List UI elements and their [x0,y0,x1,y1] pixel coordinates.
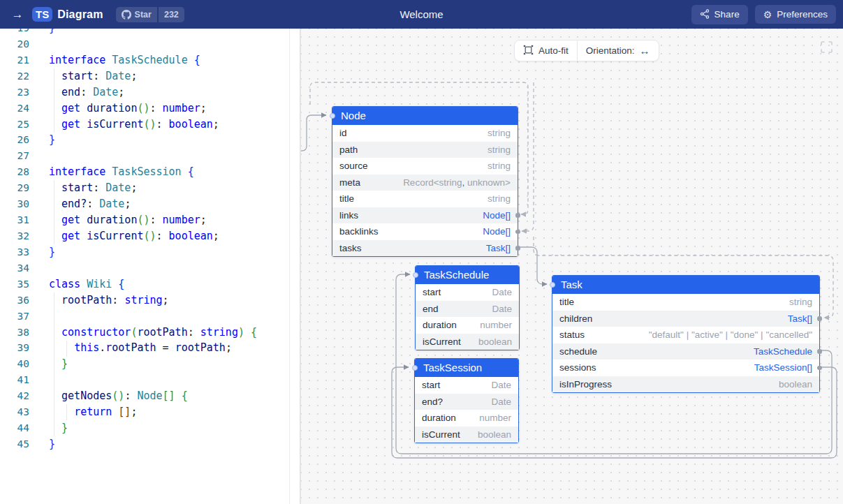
code-text: get isCurrent(): boolean; [29,117,219,133]
entity-row-isCurrent: isCurrentboolean [415,427,518,443]
editor-line[interactable]: 41 [0,372,299,388]
editor-line[interactable]: 29 start: Date; [0,180,299,196]
editor-line[interactable]: 40 } [0,356,299,372]
editor-line[interactable]: 19} [0,29,299,36]
row-type: Record<string, unknown> [403,177,511,188]
preferences-button[interactable]: ⚙ Preferences [755,5,836,24]
editor-line[interactable]: 39 this.rootPath = rootPath; [0,340,299,356]
row-label: source [339,161,368,171]
share-label: Share [714,9,740,20]
editor-line[interactable]: 24 get duration(): number; [0,101,299,117]
editor-line[interactable]: 38 constructor(rootPath: string) { [0,325,299,341]
entity-header[interactable]: Node [332,107,518,125]
editor-line[interactable]: 37 [0,309,299,325]
line-number: 38 [0,325,29,341]
editor-line[interactable]: 28interface TaskSession { [0,164,299,180]
editor-line[interactable]: 30 end?: Date; [0,196,299,212]
collapse-panel-arrow-icon[interactable]: → [10,8,25,22]
share-button[interactable]: Share [691,5,748,24]
editor-line[interactable]: 25 get isCurrent(): boolean; [0,117,299,133]
editor-line[interactable]: 33} [0,244,299,260]
editor-line[interactable]: 27 [0,148,299,164]
line-number: 31 [0,212,29,228]
row-type[interactable]: Node[] [483,210,511,221]
code-text: get duration(): number; [29,101,207,117]
editor-line[interactable]: 20 [0,36,299,52]
row-type: string [789,297,812,307]
editor-line[interactable]: 34 [0,260,299,276]
entity-row-id: idstring [332,125,518,142]
orientation-label: Orientation: [586,45,635,56]
entity-row-start: startDate [416,284,519,301]
row-label: end? [422,396,443,407]
entity-row-status: status"default" | "active" | "done" | "c… [552,327,819,343]
line-number: 44 [0,420,29,436]
row-type: boolean [478,336,512,347]
line-number: 19 [0,29,29,36]
row-type: number [479,413,511,423]
code-text: get isCurrent(): boolean; [29,228,219,244]
editor-line[interactable]: 31 get duration(): number; [0,212,299,228]
editor-line[interactable]: 32 get isCurrent(): boolean; [0,228,299,244]
entity-task[interactable]: TasktitlestringchildrenTask[]status"defa… [552,275,820,393]
row-type[interactable]: TaskSchedule [754,346,812,357]
line-number: 43 [0,404,29,420]
diagram-canvas[interactable]: Auto-fit Orientation: ↔ Nodeidstringpath… [300,29,843,504]
row-label: schedule [559,346,597,357]
editor-line[interactable]: 22 start: Date; [0,68,299,84]
editor-line[interactable]: 45} [0,436,299,452]
entity-node[interactable]: NodeidstringpathstringsourcestringmetaRe… [332,106,518,257]
editor-line[interactable]: 26} [0,132,299,148]
entity-taskschedule[interactable]: TaskSchedulestartDateendDatedurationnumb… [415,265,520,350]
editor-line[interactable]: 36 rootPath: string; [0,292,299,309]
row-label: end [423,304,439,314]
row-type[interactable]: Task[] [486,243,511,253]
row-label: links [339,210,358,221]
preferences-label: Preferences [777,9,828,20]
entity-name: Node [341,110,366,121]
code-text: getNodes(): Node[] { [29,388,188,404]
relation-source-port [515,213,520,218]
code-text: class Wiki { [29,276,124,292]
editor-line[interactable]: 21interface TaskSchedule { [0,52,299,68]
entity-header[interactable]: Task [552,276,819,294]
entity-row-source: sourcestring [332,158,518,175]
top-bar: → TS Diagram Star 232 Welcome Share ⚙ Pr… [0,0,843,29]
row-label: title [339,193,354,204]
code-text: end?: Date; [29,196,131,212]
entity-target-port [413,272,418,278]
editor-line[interactable]: 44 } [0,420,299,436]
github-icon [122,10,131,20]
editor-line[interactable]: 23 end: Date; [0,84,299,101]
row-label: duration [422,413,456,423]
orientation-button[interactable]: Orientation: ↔ [578,40,659,61]
row-type[interactable]: TaskSession[] [754,362,812,373]
entity-row-meta: metaRecord<string, unknown> [332,175,518,191]
row-label: status [559,329,585,340]
row-type: boolean [779,379,812,390]
editor-line[interactable]: 42 getNodes(): Node[] { [0,388,299,404]
entity-row-backlinks: backlinksNode[] [332,223,518,240]
row-type[interactable]: Task[] [788,313,812,324]
editor-line[interactable]: 43 return []; [0,404,299,420]
entity-tasksession[interactable]: TaskSessionstartDateend?Datedurationnumb… [414,358,519,443]
gear-icon: ⚙ [763,10,772,20]
row-type: Date [492,304,512,314]
row-type: Date [491,396,511,407]
row-type: number [480,320,512,330]
row-label: tasks [339,243,362,253]
row-label: duration [423,320,457,330]
fullscreen-button[interactable] [820,40,833,57]
relation-source-port [515,246,520,251]
code-editor[interactable]: 19}2021interface TaskSchedule {22 start:… [0,29,300,504]
edges-layer [301,29,843,504]
entity-header[interactable]: TaskSession [415,359,518,377]
row-type[interactable]: Node[] [483,226,511,237]
github-star-badge[interactable]: Star 232 [116,7,184,22]
entity-header[interactable]: TaskSchedule [416,266,519,284]
editor-lines: 19}2021interface TaskSchedule {22 start:… [0,29,299,452]
autofit-button[interactable]: Auto-fit [515,40,577,61]
row-type: Date [492,287,512,297]
row-type: string [488,128,511,138]
editor-line[interactable]: 35class Wiki { [0,276,299,292]
